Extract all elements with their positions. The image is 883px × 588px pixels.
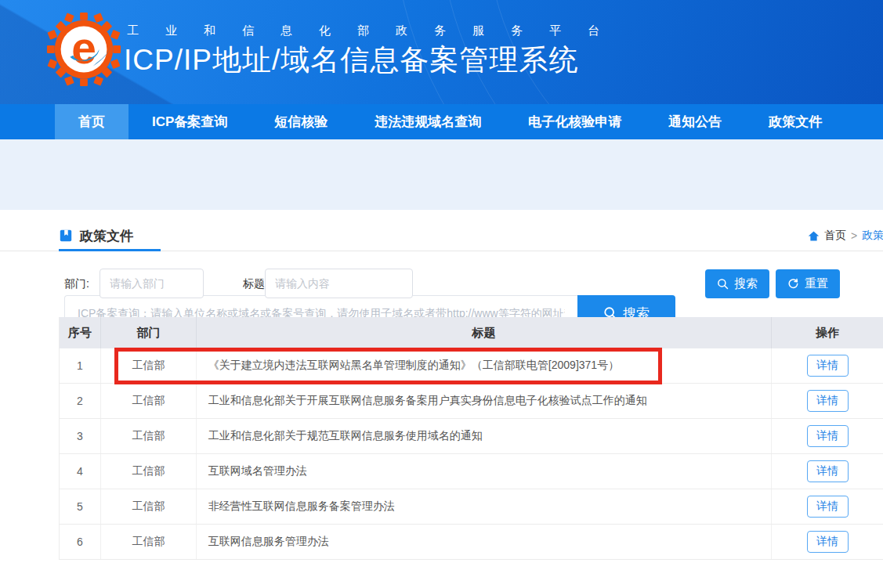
book-icon <box>59 229 73 243</box>
detail-button[interactable]: 详情 <box>807 496 849 518</box>
detail-button[interactable]: 详情 <box>807 425 849 447</box>
nav-item-icp-query[interactable]: ICP备案查询 <box>128 104 251 139</box>
refresh-icon <box>787 278 799 290</box>
table-header-row: 序号 部门 标题 操作 <box>60 317 883 348</box>
detail-button[interactable]: 详情 <box>807 531 849 553</box>
nav-item-e-verify-apply[interactable]: 电子化核验申请 <box>505 104 645 139</box>
col-header-action: 操作 <box>772 317 883 348</box>
cell-title: 《关于建立境内违法互联网站黑名单管理制度的通知》（工信部联电管[2009]371… <box>197 348 772 383</box>
cell-no: 3 <box>60 419 101 453</box>
filter-reset-button[interactable]: 重置 <box>776 269 840 298</box>
cell-dept: 工信部 <box>101 454 197 489</box>
platform-name: 工业和信息化部政务服务平台 <box>127 23 626 38</box>
breadcrumb: 首页 > 政策文件 <box>808 229 883 243</box>
nav-item-illegal-domain-query[interactable]: 违法违规域名查询 <box>351 104 505 139</box>
detail-button[interactable]: 详情 <box>807 390 849 412</box>
filter-search-button[interactable]: 搜索 <box>705 269 769 298</box>
cell-dept: 工信部 <box>101 419 197 453</box>
cell-dept: 工信部 <box>101 525 197 559</box>
svg-text:e: e <box>71 23 96 73</box>
cell-no: 4 <box>60 454 101 489</box>
system-title: ICP/IP地址/域名信息备案管理系统 <box>124 41 578 80</box>
search-band: 搜索 网站 APP 小程序 快应用 <box>0 139 883 210</box>
col-header-title: 标题 <box>197 317 772 348</box>
table-row: 2 工信部 工业和信息化部关于开展互联网信息服务备案用户真实身份信息电子化核验试… <box>60 384 883 419</box>
page: e 工业和信息化部政务服务平台 ICP/IP地址/域名信息备案管理系统 首页 I… <box>0 0 883 588</box>
detail-button[interactable]: 详情 <box>807 460 849 482</box>
main-nav: 首页 ICP备案查询 短信核验 违法违规域名查询 电子化核验申请 通知公告 政策… <box>0 104 883 139</box>
search-icon <box>717 278 729 290</box>
cell-title: 非经营性互联网信息服务备案管理办法 <box>197 489 772 524</box>
filter-search-label: 搜索 <box>734 276 758 291</box>
cell-no: 6 <box>60 525 101 559</box>
filter-reset-label: 重置 <box>805 276 828 291</box>
breadcrumb-separator: > <box>851 229 857 242</box>
col-header-no: 序号 <box>60 317 101 348</box>
cell-title: 工业和信息化部关于开展互联网信息服务备案用户真实身份信息电子化核验试点工作的通知 <box>197 384 772 418</box>
table-row: 5 工信部 非经营性互联网信息服务备案管理办法 详情 <box>60 489 883 525</box>
nav-item-sms-verify[interactable]: 短信核验 <box>251 104 351 139</box>
dept-filter-label: 部门: <box>64 277 89 291</box>
table-row: 3 工信部 工业和信息化部关于规范互联网信息服务使用域名的通知 详情 <box>60 419 883 454</box>
tab-policy-files[interactable]: 政策文件 <box>59 222 133 249</box>
breadcrumb-home[interactable]: 首页 <box>824 229 846 243</box>
section-title: 政策文件 <box>80 227 133 245</box>
col-header-dept: 部门 <box>101 317 197 348</box>
dept-filter-input[interactable] <box>100 269 204 298</box>
home-icon <box>808 230 820 242</box>
policy-table: 序号 部门 标题 操作 1 工信部 《关于建立境内违法互联网站黑名单管理制度的通… <box>59 317 883 560</box>
tab-active-underline <box>59 249 161 251</box>
nav-item-home[interactable]: 首页 <box>55 104 128 139</box>
cell-title: 互联网信息服务管理办法 <box>197 525 772 559</box>
table-row: 6 工信部 互联网信息服务管理办法 详情 <box>60 525 883 560</box>
nav-item-notices[interactable]: 通知公告 <box>645 104 745 139</box>
nav-item-policy-files[interactable]: 政策文件 <box>745 104 845 139</box>
cell-dept: 工信部 <box>101 489 197 524</box>
cell-dept: 工信部 <box>101 384 197 418</box>
cell-no: 2 <box>60 384 101 418</box>
cell-no: 1 <box>60 348 101 383</box>
table-row: 1 工信部 《关于建立境内违法互联网站黑名单管理制度的通知》（工信部联电管[20… <box>60 348 883 384</box>
breadcrumb-current[interactable]: 政策文件 <box>862 229 883 243</box>
cell-no: 5 <box>60 489 101 524</box>
miit-gear-logo-icon: e <box>45 11 122 88</box>
title-filter-input[interactable] <box>265 269 413 298</box>
table-row: 4 工信部 互联网域名管理办法 详情 <box>60 454 883 489</box>
detail-button[interactable]: 详情 <box>807 355 849 377</box>
cell-dept: 工信部 <box>101 348 197 383</box>
cell-title: 互联网域名管理办法 <box>197 454 772 489</box>
site-header: e 工业和信息化部政务服务平台 ICP/IP地址/域名信息备案管理系统 <box>0 0 883 104</box>
cell-title: 工业和信息化部关于规范互联网信息服务使用域名的通知 <box>197 419 772 453</box>
